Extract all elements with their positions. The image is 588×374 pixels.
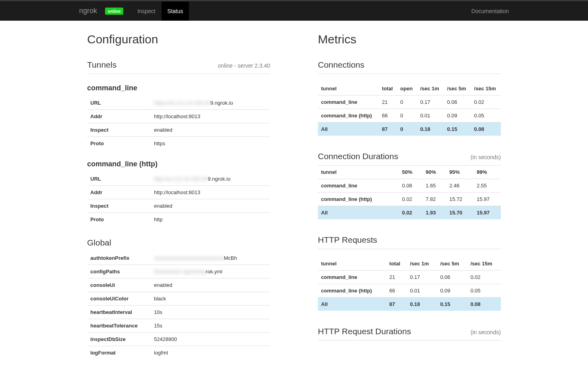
tunnel-name: command_line <box>318 271 386 284</box>
metric-value: 0.17 <box>417 95 444 109</box>
table-row: command_line (http)6600.010.090.05 <box>318 109 501 123</box>
tunnel-2-table: URLhttp://xx-111-22-333-449.ngrok.ioAddr… <box>87 172 270 226</box>
kv-value: 15s <box>151 319 270 333</box>
nav-documentation[interactable]: Documentation <box>471 8 509 14</box>
table-row: URLhttps://xx-111-22-333-449.ngrok.io <box>87 96 270 110</box>
metrics-title: Metrics <box>318 33 501 46</box>
table-row: heartbeatTolerance15s <box>87 319 270 333</box>
metric-value: 87 <box>379 123 397 136</box>
table-row: configPaths/home/user/.ngrok2/ngrok.yml <box>87 265 270 279</box>
table-row: inspectDbSize52428800 <box>87 333 270 346</box>
connections-table: tunneltotalopen/sec 1m/sec 5m/sec 15mcom… <box>318 82 501 136</box>
column-header: tunnel <box>318 166 399 179</box>
column-header: /sec 1m <box>417 82 444 95</box>
column-header: /sec 15m <box>467 257 501 271</box>
metrics-column: Metrics Connections tunneltotalopen/sec … <box>318 33 501 359</box>
metric-value: 7.82 <box>423 193 446 206</box>
kv-key: Proto <box>87 213 151 226</box>
kv-value: enabled <box>151 279 270 292</box>
metric-value: 0.02 <box>399 193 423 206</box>
metric-value: 0.15 <box>437 298 467 311</box>
metric-value: 0.09 <box>437 284 467 298</box>
tunnels-status: online - server 2.3.40 <box>218 62 270 69</box>
metric-value: 0.08 <box>471 123 501 136</box>
tunnel-name: All <box>318 206 399 220</box>
table-row: authtokenPrefixxxxxxxxxxxxxxxxxxxxxxxxxx… <box>87 251 270 265</box>
table-row: URLhttp://xx-111-22-333-449.ngrok.io <box>87 172 270 186</box>
kv-key: Inspect <box>87 199 151 213</box>
column-header: 90% <box>423 166 446 179</box>
tunnel-1-table: URLhttps://xx-111-22-333-449.ngrok.ioAdd… <box>87 96 270 150</box>
kv-key: logFormat <box>87 346 151 360</box>
kv-key: URL <box>87 96 151 110</box>
metric-value: 15.97 <box>473 206 501 220</box>
tunnels-title: Tunnels <box>87 60 117 70</box>
metric-value: 15.70 <box>446 206 474 220</box>
metric-value: 0.06 <box>399 179 423 193</box>
http-title: HTTP Requests <box>318 235 501 249</box>
connections-title: Connections <box>318 60 501 74</box>
metric-value: 2.46 <box>446 179 474 193</box>
table-row: consoleUienabled <box>87 279 270 292</box>
tunnel-1-name: command_line <box>87 84 270 92</box>
column-header: tunnel <box>318 82 379 95</box>
metric-value: 0.18 <box>407 298 437 311</box>
kv-value: 52428800 <box>151 333 270 346</box>
kv-value: https <box>151 137 270 150</box>
kv-value: 10s <box>151 306 270 319</box>
metric-value: 0 <box>397 123 417 136</box>
metric-value: 21 <box>379 95 397 109</box>
kv-value: http://localhost:8013 <box>151 186 270 199</box>
metric-value: 0 <box>397 95 417 109</box>
kv-key: configPaths <box>87 265 151 279</box>
column-header: total <box>379 82 397 95</box>
metric-value: 0.06 <box>437 271 467 284</box>
metric-value: 21 <box>386 271 407 284</box>
durations-title: Connection Durations <box>318 152 398 161</box>
table-row: Addrhttp://localhost:8013 <box>87 110 270 123</box>
kv-key: Addr <box>87 186 151 199</box>
column-header: 50% <box>399 166 423 179</box>
metric-value: 0.08 <box>467 298 501 311</box>
kv-value: https://xx-111-22-333-449.ngrok.io <box>151 96 270 110</box>
table-row: command_line0.061.652.462.55 <box>318 179 501 193</box>
tunnel-name: command_line (http) <box>318 193 399 206</box>
metric-value: 1.65 <box>423 179 446 193</box>
nav-status[interactable]: Status <box>162 2 189 21</box>
kv-key: Proto <box>87 137 151 150</box>
table-row: command_line2100.170.060.02 <box>318 95 501 109</box>
kv-value: xxxxxxxxxxxxxxxxxxxxxxxxxxxMcBh <box>151 251 270 265</box>
brand-link[interactable]: ngrok <box>79 7 97 15</box>
column-header: /sec 1m <box>407 257 437 271</box>
table-row: Inspectenabled <box>87 123 270 137</box>
table-row: logFormatlogfmt <box>87 346 270 360</box>
durations-table: tunnel50%90%95%99%command_line0.061.652.… <box>318 166 501 219</box>
kv-key: heartbeatInterval <box>87 306 151 319</box>
metric-value: 0.18 <box>417 123 444 136</box>
kv-value: http <box>151 213 270 226</box>
kv-key: heartbeatTolerance <box>87 319 151 333</box>
table-row: command_line (http)660.010.090.05 <box>318 284 501 298</box>
table-row: command_line (http)0.027.8215.7215.97 <box>318 193 501 206</box>
metric-value: 0.15 <box>444 123 471 136</box>
http-table: tunneltotal/sec 1m/sec 5m/sec 15mcommand… <box>318 257 501 311</box>
table-row: consoleUiColorblack <box>87 292 270 306</box>
metric-value: 15.97 <box>473 193 501 206</box>
kv-key: URL <box>87 172 151 186</box>
metric-value: 0.01 <box>417 109 444 123</box>
status-badge: online <box>105 8 123 15</box>
http-dur-sub: (in seconds) <box>471 329 501 335</box>
kv-key: Inspect <box>87 123 151 137</box>
tunnel-name: command_line <box>318 179 399 193</box>
configuration-title: Configuration <box>87 33 270 46</box>
metric-value: 0.09 <box>444 109 471 123</box>
nav-inspect[interactable]: Inspect <box>131 2 161 21</box>
column-header: /sec 15m <box>471 82 501 95</box>
global-table: authtokenPrefixxxxxxxxxxxxxxxxxxxxxxxxxx… <box>87 251 270 359</box>
table-row: Protohttps <box>87 137 270 150</box>
tunnel-2-name: command_line (http) <box>87 160 270 168</box>
tunnel-name: All <box>318 123 379 136</box>
column-header: tunnel <box>318 257 386 271</box>
metric-value: 0.02 <box>399 206 423 220</box>
metric-value: 0.06 <box>444 95 471 109</box>
